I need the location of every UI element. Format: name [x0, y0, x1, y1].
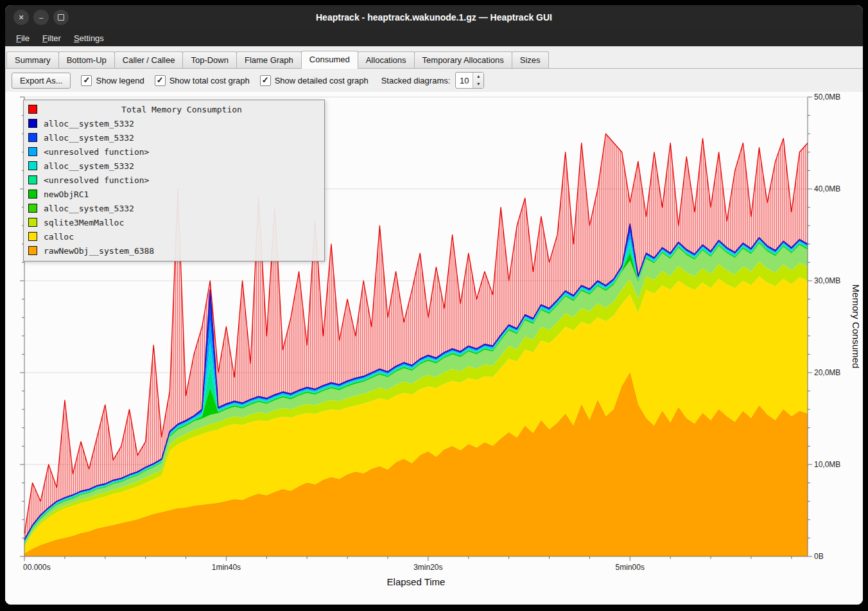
maximize-icon [58, 14, 64, 21]
minimize-button[interactable]: – [33, 10, 49, 25]
x-tick-label: 5min00s [616, 563, 645, 572]
legend-item: newObjRC1 [28, 187, 320, 201]
y-tick-label: 50,0MB [814, 93, 840, 102]
memory-chart: Elapsed Time Memory Consumed 00.000s1min… [5, 92, 863, 605]
tab-bar: Summary Bottom-Up Caller / Callee Top-Do… [5, 46, 863, 69]
checkbox-check-icon: ✓ [81, 75, 92, 86]
legend-swatch [28, 204, 37, 213]
x-tick-label: 1min40s [212, 563, 241, 572]
legend-swatch [28, 133, 37, 142]
tab-bottom-up[interactable]: Bottom-Up [58, 51, 115, 68]
checkbox-check-icon: ✓ [155, 75, 166, 86]
tab-caller-callee[interactable]: Caller / Callee [114, 51, 184, 68]
legend-swatch [28, 119, 37, 128]
legend-item: sqlite3MemMalloc [28, 215, 320, 229]
show-total-cost-checkbox[interactable]: ✓ Show total cost graph [155, 75, 250, 86]
legend-swatch [28, 161, 37, 170]
window-controls: ✕ – [13, 10, 69, 25]
legend-item: alloc__system_5332 [28, 159, 320, 173]
window-title: Heaptrack - heaptrack.wakunode.1.gz — He… [5, 12, 863, 22]
titlebar: Heaptrack - heaptrack.wakunode.1.gz — He… [5, 5, 863, 30]
menu-file[interactable]: File [10, 31, 35, 45]
tab-temporary-allocations[interactable]: Temporary Allocations [414, 51, 512, 68]
y-tick-label: 30,0MB [814, 276, 840, 285]
spinner-down-button[interactable]: ▾ [473, 80, 483, 88]
y-tick-label: 40,0MB [814, 184, 840, 193]
y-tick-label: 0B [814, 552, 824, 561]
tab-consumed[interactable]: Consumed [301, 51, 358, 69]
x-tick-label: 3min20s [413, 563, 442, 572]
legend-swatch [28, 218, 37, 227]
legend-item: calloc [28, 229, 320, 244]
show-detailed-cost-checkbox[interactable]: ✓ Show detailed cost graph [260, 75, 369, 86]
y-axis-title: Memory Consumed [851, 285, 859, 369]
legend-title: Total Memory Consumption [44, 105, 320, 114]
minimize-icon: – [39, 14, 43, 21]
legend-swatch [28, 175, 37, 184]
tab-top-down[interactable]: Top-Down [182, 51, 237, 68]
show-legend-checkbox[interactable]: ✓ Show legend [81, 75, 144, 86]
toolbar: Export As... ✓ Show legend ✓ Show total … [5, 69, 863, 92]
close-button[interactable]: ✕ [13, 10, 29, 25]
y-tick-label: 10,0MB [814, 460, 840, 469]
legend-item: alloc__system_5332 [28, 130, 320, 145]
legend-item: alloc__system_5332 [28, 116, 320, 130]
tab-allocations[interactable]: Allocations [358, 51, 415, 68]
close-icon: ✕ [18, 14, 24, 21]
legend-swatch [28, 246, 37, 255]
spinner-up-button[interactable]: ▴ [473, 73, 483, 80]
chart-legend: Total Memory Consumption alloc__system_5… [23, 100, 325, 261]
legend-swatch-total [28, 105, 37, 114]
maximize-button[interactable] [53, 10, 69, 25]
tab-flame-graph[interactable]: Flame Graph [236, 51, 302, 68]
stacked-diagrams-label: Stacked diagrams: [381, 76, 451, 85]
spinner-value: 10 [456, 73, 473, 88]
tab-sizes[interactable]: Sizes [512, 51, 549, 68]
app-window: Heaptrack - heaptrack.wakunode.1.gz — He… [5, 5, 863, 605]
legend-swatch [28, 147, 37, 156]
legend-item: alloc__system_5332 [28, 201, 320, 215]
legend-item: <unresolved function> [28, 173, 320, 187]
stacked-diagrams-spinner[interactable]: 10 ▴ ▾ [455, 72, 484, 89]
legend-item: rawNewObj__system_6388 [28, 244, 320, 258]
legend-swatch [28, 232, 37, 241]
legend-swatch [28, 190, 37, 199]
spinner-arrows: ▴ ▾ [473, 73, 483, 88]
y-tick-label: 20,0MB [814, 368, 840, 377]
menu-filter[interactable]: Filter [37, 31, 67, 45]
tab-summary[interactable]: Summary [6, 51, 59, 68]
menu-settings[interactable]: Settings [68, 31, 110, 45]
x-tick-label: 00.000s [23, 563, 51, 572]
x-axis-title: Elapsed Time [387, 576, 446, 587]
legend-title-row: Total Memory Consumption [28, 102, 320, 116]
export-as-button[interactable]: Export As... [12, 73, 71, 89]
legend-item: <unresolved function> [28, 145, 320, 159]
checkbox-check-icon: ✓ [260, 75, 271, 86]
menubar: File Filter Settings [5, 30, 863, 46]
